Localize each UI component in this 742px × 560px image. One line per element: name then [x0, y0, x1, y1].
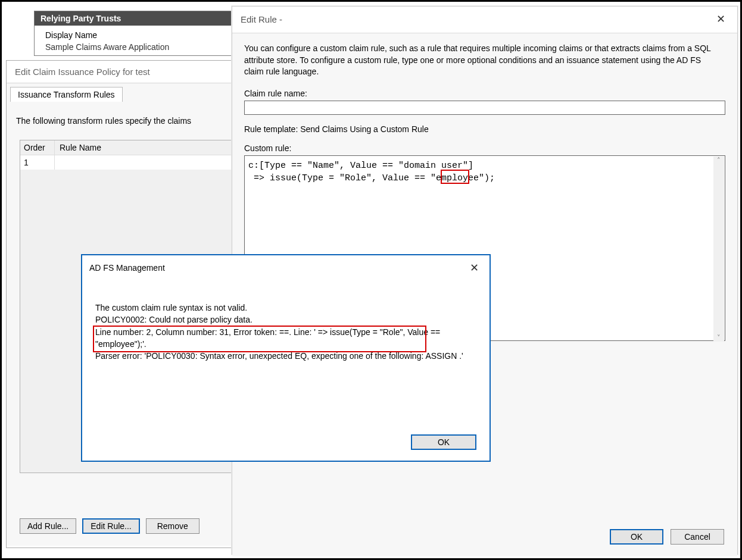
- ok-button[interactable]: OK: [610, 529, 663, 545]
- scroll-down-icon[interactable]: ˅: [713, 334, 724, 342]
- msgbox-title: AD FS Management: [89, 263, 165, 273]
- claim-rule-name-input[interactable]: [244, 101, 725, 115]
- msg-line-3: Line number: 2, Column number: 31, Error…: [95, 326, 478, 351]
- custom-rule-label: Custom rule:: [244, 143, 725, 153]
- ecip-buttons: Add Rule... Edit Rule... Remove: [20, 518, 199, 534]
- msg-line-1: The custom claim rule syntax is not vali…: [95, 302, 478, 314]
- tab-issuance-transform-rules[interactable]: Issuance Transform Rules: [10, 87, 123, 102]
- col-order: Order: [20, 140, 55, 155]
- msgbox-body: The custom claim rule syntax is not vali…: [82, 280, 490, 368]
- rule-template-label: Rule template: Send Claims Using a Custo…: [244, 124, 725, 134]
- cell-order: 1: [20, 155, 55, 170]
- msgbox-titlebar: AD FS Management ✕: [82, 255, 490, 280]
- add-rule-button[interactable]: Add Rule...: [20, 518, 76, 534]
- ok-button[interactable]: OK: [411, 434, 476, 450]
- msgbox-buttons: OK: [411, 434, 476, 450]
- edit-rule-titlebar: Edit Rule - ✕: [232, 7, 737, 33]
- close-icon[interactable]: ✕: [713, 12, 729, 26]
- adfs-message-box: AD FS Management ✕ The custom claim rule…: [81, 254, 491, 462]
- cancel-button[interactable]: Cancel: [671, 529, 724, 545]
- scroll-up-icon[interactable]: ˄: [713, 157, 724, 164]
- scrollbar[interactable]: ˄ ˅: [713, 157, 724, 342]
- claim-rule-name-label: Claim rule name:: [244, 89, 725, 98]
- edit-rule-title: Edit Rule -: [241, 14, 282, 24]
- msg-line-2: POLICY0002: Could not parse policy data.: [95, 314, 478, 326]
- ecip-desc: The following transform rules specify th…: [16, 116, 191, 126]
- edit-rule-buttons: OK Cancel: [610, 529, 724, 545]
- edit-rule-button[interactable]: Edit Rule...: [82, 518, 139, 534]
- edit-rule-desc: You can configure a custom claim rule, s…: [244, 43, 721, 78]
- msg-line-4: Parser error: 'POLICY0030: Syntax error,…: [95, 350, 478, 362]
- remove-rule-button[interactable]: Remove: [146, 518, 199, 534]
- close-icon[interactable]: ✕: [466, 261, 482, 274]
